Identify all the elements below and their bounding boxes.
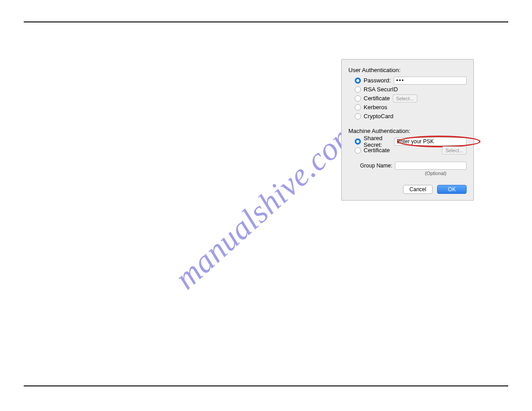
certificate-select-button[interactable]: Select...	[393, 94, 417, 103]
cryptocard-label: CryptoCard	[364, 113, 393, 120]
radio-selected-icon	[355, 77, 361, 84]
machine-certificate-select-button[interactable]: Select...	[442, 146, 467, 154]
group-name-input[interactable]	[395, 162, 467, 170]
machine-auth-option-certificate[interactable]: Certificate Select...	[355, 146, 467, 154]
radio-icon	[355, 113, 361, 120]
user-auth-option-certificate[interactable]: Certificate Select...	[355, 94, 467, 103]
user-auth-heading: User Authentication:	[348, 67, 467, 73]
password-input[interactable]	[394, 77, 467, 85]
user-auth-option-rsa[interactable]: RSA SecurID	[355, 85, 467, 94]
password-label: Password:	[364, 77, 391, 84]
shared-secret-input[interactable]	[394, 137, 467, 146]
dialog-button-row: Cancel OK	[348, 185, 467, 194]
rsa-label: RSA SecurID	[364, 86, 398, 93]
radio-selected-icon	[355, 138, 361, 145]
certificate-label: Certificate	[364, 95, 390, 102]
user-auth-option-cryptocard[interactable]: CryptoCard	[355, 112, 467, 120]
watermark-text: manualshive.com	[167, 114, 365, 297]
user-auth-option-kerberos[interactable]: Kerberos	[355, 103, 467, 111]
radio-icon	[355, 86, 361, 93]
radio-icon	[355, 147, 361, 154]
user-auth-option-password[interactable]: Password:	[355, 76, 467, 85]
radio-icon	[355, 95, 361, 102]
optional-hint: (Optional)	[348, 171, 446, 176]
machine-auth-heading: Machine Authentication:	[348, 128, 467, 134]
group-name-row: Group Name:	[348, 162, 467, 170]
ok-button[interactable]: OK	[437, 185, 467, 194]
radio-icon	[355, 104, 361, 111]
bottom-divider	[24, 385, 508, 386]
group-name-label: Group Name:	[360, 163, 392, 169]
top-divider	[24, 21, 508, 22]
machine-certificate-label: Certificate	[364, 147, 390, 154]
kerberos-label: Kerberos	[364, 104, 387, 111]
auth-settings-dialog: User Authentication: Password: RSA Secur…	[341, 59, 474, 201]
machine-auth-option-shared-secret[interactable]: Shared Secret:	[355, 137, 467, 146]
cancel-button[interactable]: Cancel	[403, 185, 433, 194]
